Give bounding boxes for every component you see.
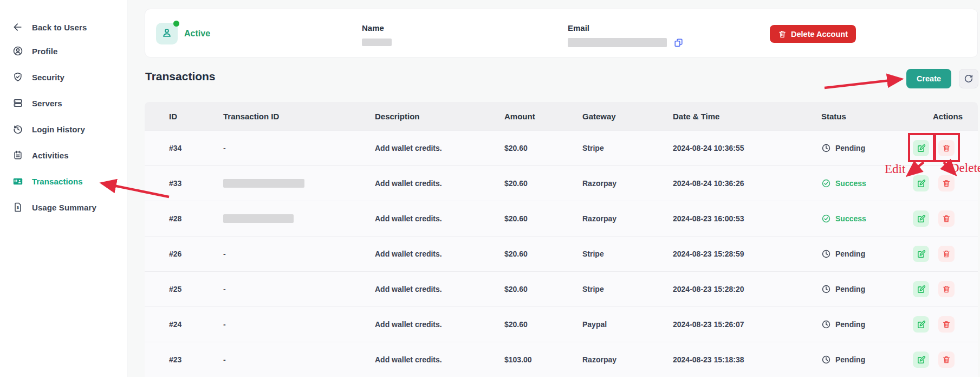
email-field: Email — [568, 23, 684, 48]
user-icon — [161, 27, 173, 41]
edit-button[interactable] — [913, 316, 929, 333]
cell-transaction-id: - — [223, 131, 226, 165]
cell-id: #23 — [169, 342, 181, 377]
cell-id: #26 — [169, 237, 181, 271]
sidebar-item-security[interactable]: Security — [0, 64, 127, 90]
cell-datetime: 2024-08-23 15:28:20 — [673, 272, 744, 306]
sidebar-item-label: Activities — [32, 151, 69, 160]
status-badge: Pending — [821, 342, 865, 377]
delete-button[interactable] — [938, 140, 955, 156]
shield-check-icon — [12, 72, 23, 82]
cell-amount: $20.60 — [504, 166, 528, 201]
cell-amount: $20.60 — [504, 131, 528, 165]
cell-description: Add wallet credits. — [375, 166, 442, 201]
delete-button[interactable] — [938, 352, 955, 368]
online-status-dot — [173, 21, 179, 27]
cell-actions — [913, 272, 955, 306]
sidebar-item-login-history[interactable]: Login History — [0, 116, 127, 142]
trash-icon — [778, 30, 787, 39]
sidebar: Back to Users Profile Security Servers L… — [0, 0, 127, 377]
cell-actions — [913, 237, 955, 271]
refresh-button[interactable] — [959, 69, 978, 88]
sidebar-item-servers[interactable]: Servers — [0, 90, 127, 116]
column-header: Gateway — [582, 102, 616, 130]
create-button[interactable]: Create — [906, 69, 951, 88]
cell-gateway: Razorpay — [582, 166, 616, 201]
cell-id: #33 — [169, 166, 181, 201]
cell-actions — [913, 201, 955, 236]
document-dollar-icon: $ — [12, 202, 23, 213]
server-icon — [12, 98, 23, 108]
cell-id: #24 — [169, 307, 181, 342]
email-value-redacted — [568, 38, 667, 47]
cell-gateway: Razorpay — [582, 201, 616, 236]
email-label: Email — [568, 23, 684, 33]
back-to-users-link[interactable]: Back to Users — [0, 16, 127, 38]
cell-datetime: 2024-08-23 16:00:53 — [673, 201, 744, 236]
table-row: #34 - Add wallet credits. $20.60 Stripe … — [145, 130, 978, 165]
cell-description: Add wallet credits. — [375, 131, 442, 165]
delete-button[interactable] — [938, 175, 955, 191]
transaction-id-redacted — [223, 214, 294, 223]
cell-transaction-id: - — [223, 237, 226, 271]
cell-id: #28 — [169, 201, 181, 236]
sidebar-item-profile[interactable]: Profile — [0, 38, 127, 64]
cell-id: #34 — [169, 131, 181, 165]
status-badge: Pending — [821, 307, 865, 342]
table-row: #26 - Add wallet credits. $20.60 Stripe … — [145, 236, 978, 271]
delete-button[interactable] — [938, 316, 955, 333]
table-row: #28 Add wallet credits. $20.60 Razorpay … — [145, 201, 978, 236]
avatar — [156, 23, 178, 44]
cell-description: Add wallet credits. — [375, 272, 442, 306]
cell-transaction-id: - — [223, 272, 226, 306]
edit-button[interactable] — [913, 140, 929, 156]
delete-button[interactable] — [938, 210, 955, 227]
delete-button[interactable] — [938, 281, 955, 297]
check-circle-icon — [821, 214, 831, 223]
edit-button[interactable] — [913, 210, 929, 227]
name-value-redacted — [362, 39, 392, 46]
cell-transaction-id — [223, 166, 304, 201]
clock-icon — [821, 355, 831, 365]
table-row: #25 - Add wallet credits. $20.60 Stripe … — [145, 271, 978, 306]
cell-id: #25 — [169, 272, 181, 306]
cell-gateway: Stripe — [582, 272, 604, 306]
name-label: Name — [362, 23, 392, 33]
sidebar-item-transactions[interactable]: $ Transactions — [0, 168, 127, 194]
sidebar-item-usage-summary[interactable]: $ Usage Summary — [0, 194, 127, 220]
table-row: #23 - Add wallet credits. $103.00 Razorp… — [145, 342, 978, 377]
delete-button[interactable] — [938, 246, 955, 262]
refresh-icon — [964, 74, 973, 84]
sidebar-item-activities[interactable]: Activities — [0, 142, 127, 168]
delete-account-button[interactable]: Delete Account — [770, 25, 856, 43]
status-badge: Pending — [821, 272, 865, 306]
clipboard-icon — [12, 150, 23, 161]
edit-button[interactable] — [913, 175, 929, 191]
column-header: Description — [375, 102, 420, 130]
copy-icon[interactable] — [673, 37, 684, 48]
name-field: Name — [362, 23, 392, 46]
transactions-card-icon: $ — [12, 176, 23, 187]
cell-datetime: 2024-08-24 10:36:55 — [673, 131, 744, 165]
transactions-table: IDTransaction IDDescriptionAmountGateway… — [145, 102, 978, 377]
cell-description: Add wallet credits. — [375, 342, 442, 377]
edit-button[interactable] — [913, 281, 929, 297]
cell-actions — [913, 307, 955, 342]
arrow-left-icon — [12, 22, 23, 33]
edit-button[interactable] — [913, 352, 929, 368]
cell-gateway: Stripe — [582, 237, 604, 271]
cell-datetime: 2024-08-23 15:18:38 — [673, 342, 744, 377]
cell-transaction-id: - — [223, 307, 226, 342]
clock-icon — [821, 249, 831, 259]
cell-actions — [913, 342, 955, 377]
history-clock-icon — [12, 124, 23, 135]
cell-amount: $20.60 — [504, 307, 528, 342]
transaction-id-redacted — [223, 179, 304, 188]
sidebar-item-label: Profile — [32, 47, 57, 56]
column-header: Date & Time — [673, 102, 719, 130]
edit-button[interactable] — [913, 246, 929, 262]
cell-description: Add wallet credits. — [375, 307, 442, 342]
status-badge: Pending — [821, 131, 865, 165]
cell-datetime: 2024-08-24 10:36:26 — [673, 166, 744, 201]
cell-transaction-id: - — [223, 342, 226, 377]
